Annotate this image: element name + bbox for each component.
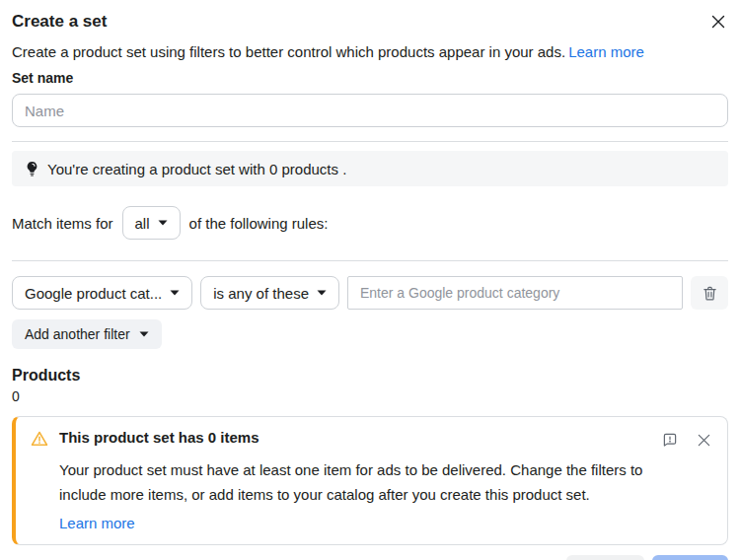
- warning-content: This product set has 0 items Your produc…: [59, 428, 649, 532]
- warning-close-icon[interactable]: [695, 431, 713, 450]
- match-rule-row: Match items for all of the following rul…: [12, 206, 728, 240]
- filter-operator-value: is any of these: [213, 285, 309, 302]
- page-title: Create a set: [12, 10, 107, 34]
- lightbulb-icon: [26, 161, 38, 177]
- match-scope-value: all: [135, 215, 150, 232]
- filter-field-dropdown[interactable]: Google product cat...: [12, 276, 192, 310]
- match-suffix-text: of the following rules:: [189, 215, 329, 232]
- create-set-modal: Create a set Create a product set using …: [0, 0, 740, 560]
- modal-header: Create a set: [12, 10, 728, 34]
- chevron-down-icon: [317, 290, 327, 296]
- warning-title: This product set has 0 items: [59, 428, 649, 447]
- filter-operator-dropdown[interactable]: is any of these: [200, 276, 339, 310]
- match-scope-dropdown[interactable]: all: [122, 206, 181, 240]
- set-name-label: Set name: [12, 70, 728, 87]
- set-name-input[interactable]: [12, 94, 728, 127]
- filter-value-input[interactable]: [347, 276, 683, 310]
- warning-triangle-icon: [30, 428, 49, 453]
- filter-row: Google product cat... is any of these: [12, 276, 728, 310]
- warning-body: Your product set must have at least one …: [59, 457, 649, 507]
- description-text: Create a product set using filters to be…: [12, 43, 565, 60]
- footer: Cancel Create: [12, 555, 728, 560]
- delete-filter-button[interactable]: [691, 276, 728, 310]
- divider: [12, 141, 728, 142]
- create-button[interactable]: Create: [652, 555, 728, 560]
- trash-icon: [702, 285, 718, 302]
- add-filter-button[interactable]: Add another filter: [12, 319, 162, 349]
- divider: [12, 260, 728, 261]
- info-bar-text: You're creating a product set with 0 pro…: [47, 161, 346, 177]
- filter-field-value: Google product cat...: [25, 285, 162, 302]
- info-bar: You're creating a product set with 0 pro…: [12, 151, 728, 186]
- warning-actions: [659, 428, 713, 451]
- products-count: 0: [12, 387, 728, 405]
- chevron-down-icon: [139, 331, 149, 337]
- cancel-button[interactable]: Cancel: [566, 555, 644, 560]
- products-heading: Products: [12, 366, 728, 385]
- match-prefix-text: Match items for: [12, 215, 113, 232]
- chevron-down-icon: [170, 290, 180, 296]
- modal-description: Create a product set using filters to be…: [12, 42, 728, 61]
- add-filter-label: Add another filter: [25, 326, 130, 342]
- feedback-icon[interactable]: [659, 429, 681, 451]
- warning-learn-more-link[interactable]: Learn more: [59, 514, 135, 532]
- close-icon[interactable]: [708, 12, 728, 32]
- chevron-down-icon: [158, 220, 168, 226]
- warning-box: This product set has 0 items Your produc…: [12, 416, 728, 545]
- learn-more-link[interactable]: Learn more: [568, 43, 644, 60]
